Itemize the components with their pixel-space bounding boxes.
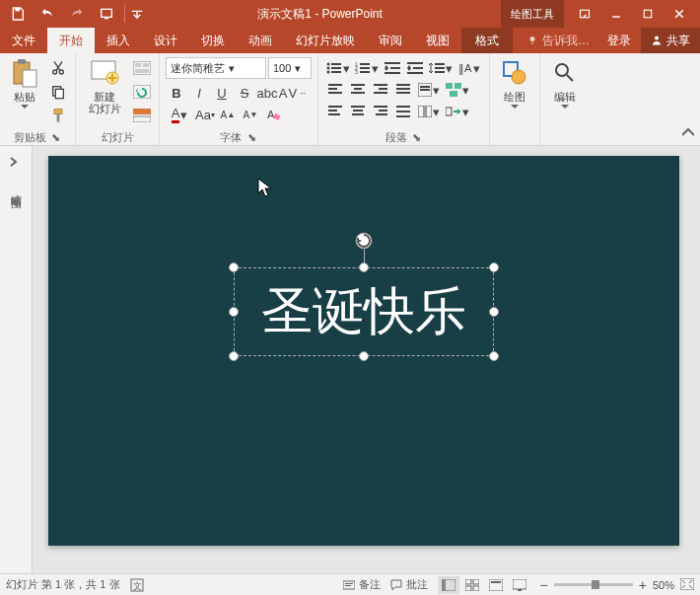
increase-indent-button[interactable]: [404, 57, 426, 79]
new-slide-button[interactable]: 新建 幻灯片: [80, 55, 129, 116]
cut-button[interactable]: [47, 57, 69, 79]
save-button[interactable]: [4, 2, 32, 26]
font-size-select[interactable]: 100▾: [268, 57, 312, 79]
resize-handle-ml[interactable]: [229, 307, 239, 317]
text-direction-button[interactable]: ‖A▾: [455, 57, 483, 79]
redo-button[interactable]: [63, 2, 91, 26]
numbering-button[interactable]: 123▾: [353, 57, 381, 79]
resize-handle-bl[interactable]: [229, 351, 239, 361]
editing-label: 编辑: [554, 91, 576, 103]
tell-me-input[interactable]: 告诉我…: [519, 28, 597, 53]
notes-label: 备注: [359, 577, 381, 592]
text-shadow-button[interactable]: abc: [256, 82, 278, 104]
align-text-button[interactable]: ▾: [415, 79, 443, 101]
convert-smartart-button[interactable]: ▾: [444, 101, 471, 122]
columns-button[interactable]: ▾: [415, 101, 443, 122]
tab-file[interactable]: 文件: [0, 28, 47, 53]
ribbon-display-options-button[interactable]: [572, 2, 597, 26]
start-from-beginning-button[interactable]: [93, 2, 120, 26]
smartart-button[interactable]: ▾: [444, 79, 471, 101]
font-launcher[interactable]: ⬊: [245, 131, 257, 143]
copy-button[interactable]: [47, 81, 69, 103]
close-button[interactable]: [666, 2, 692, 26]
align-right-button-2[interactable]: [370, 101, 391, 122]
textbox-text[interactable]: 圣诞快乐: [234, 267, 494, 356]
signin-button[interactable]: 登录: [597, 28, 641, 53]
format-painter-button[interactable]: [47, 105, 69, 126]
decrease-indent-button[interactable]: [382, 57, 403, 79]
paragraph-launcher[interactable]: ⬊: [411, 131, 423, 143]
paste-button[interactable]: 粘贴: [4, 55, 45, 112]
resize-handle-mr[interactable]: [489, 307, 499, 317]
notes-button[interactable]: 备注: [343, 577, 381, 592]
distribute-button[interactable]: [392, 101, 414, 122]
character-spacing-button[interactable]: AV↔: [279, 82, 307, 104]
resize-handle-tr[interactable]: [489, 262, 499, 272]
tab-transitions[interactable]: 切换: [189, 28, 237, 53]
increase-font-button[interactable]: A▲: [217, 104, 239, 125]
clear-formatting-button[interactable]: A: [262, 104, 284, 125]
change-case-button[interactable]: Aa▾: [194, 104, 216, 125]
clipboard-launcher[interactable]: ⬊: [50, 131, 62, 143]
qat-customize-button[interactable]: [129, 2, 145, 26]
tab-insert[interactable]: 插入: [95, 28, 142, 53]
align-right-button[interactable]: [370, 79, 391, 101]
drawing-tools-label: 绘图工具: [511, 7, 554, 22]
tab-view[interactable]: 视图: [414, 28, 461, 53]
svg-rect-67: [450, 91, 457, 97]
tab-design[interactable]: 设计: [142, 28, 189, 53]
resize-handle-tm[interactable]: [359, 262, 369, 272]
bold-button[interactable]: B: [166, 82, 187, 104]
align-center-button-2[interactable]: [347, 101, 369, 122]
zoom-out-button[interactable]: −: [540, 577, 548, 593]
justify-button[interactable]: [392, 79, 414, 101]
resize-handle-bm[interactable]: [359, 351, 369, 361]
reset-slide-button[interactable]: [131, 81, 153, 103]
bullets-button[interactable]: ▾: [324, 57, 352, 79]
fit-to-window-button[interactable]: [680, 578, 694, 592]
slide-canvas[interactable]: 圣诞快乐: [48, 156, 679, 546]
strikethrough-button[interactable]: S: [234, 82, 255, 104]
undo-button[interactable]: [34, 2, 61, 26]
tab-format[interactable]: 格式: [461, 28, 513, 53]
align-left-button-2[interactable]: [324, 101, 346, 122]
minimize-button[interactable]: [603, 2, 629, 26]
share-button[interactable]: 共享: [641, 28, 700, 53]
sorter-view-button[interactable]: [461, 576, 483, 594]
font-color-button[interactable]: A▾: [166, 104, 193, 125]
rotate-handle[interactable]: [355, 232, 373, 250]
slideshow-view-button[interactable]: [509, 576, 530, 594]
resize-handle-br[interactable]: [489, 351, 499, 361]
drawing-button[interactable]: 绘图: [494, 55, 535, 112]
align-left-button[interactable]: [324, 79, 346, 101]
tab-home[interactable]: 开始: [47, 28, 95, 53]
zoom-in-button[interactable]: +: [639, 577, 647, 593]
comments-button[interactable]: 批注: [390, 577, 428, 592]
maximize-button[interactable]: [635, 2, 661, 26]
zoom-thumb[interactable]: [592, 580, 599, 589]
font-name-select[interactable]: 迷你简稚艺▾: [166, 57, 266, 79]
align-center-button[interactable]: [347, 79, 369, 101]
tab-review[interactable]: 审阅: [367, 28, 414, 53]
resize-handle-tl[interactable]: [229, 262, 239, 272]
underline-button[interactable]: U: [211, 82, 233, 104]
zoom-slider[interactable]: [554, 583, 633, 586]
zoom-value[interactable]: 50%: [653, 579, 674, 591]
tab-animations[interactable]: 动画: [237, 28, 284, 53]
slide-counter[interactable]: 幻灯片 第 1 张，共 1 张: [6, 577, 120, 592]
tab-slideshow[interactable]: 幻灯片放映: [284, 28, 367, 53]
svg-rect-61: [396, 92, 410, 94]
svg-rect-25: [133, 116, 151, 122]
editing-button[interactable]: 编辑: [544, 55, 586, 112]
textbox-selection[interactable]: 圣诞快乐: [234, 267, 494, 356]
section-button[interactable]: [131, 105, 153, 126]
reading-view-button[interactable]: [485, 576, 507, 594]
decrease-font-button[interactable]: A▼: [240, 104, 261, 125]
spellcheck-button[interactable]: 文: [130, 578, 144, 592]
line-spacing-button[interactable]: ▾: [427, 57, 455, 79]
slide-layout-button[interactable]: [131, 57, 153, 79]
collapse-ribbon-button[interactable]: [682, 53, 700, 140]
expand-thumbnails-button[interactable]: [8, 156, 24, 172]
italic-button[interactable]: I: [188, 82, 210, 104]
normal-view-button[interactable]: [438, 576, 459, 594]
